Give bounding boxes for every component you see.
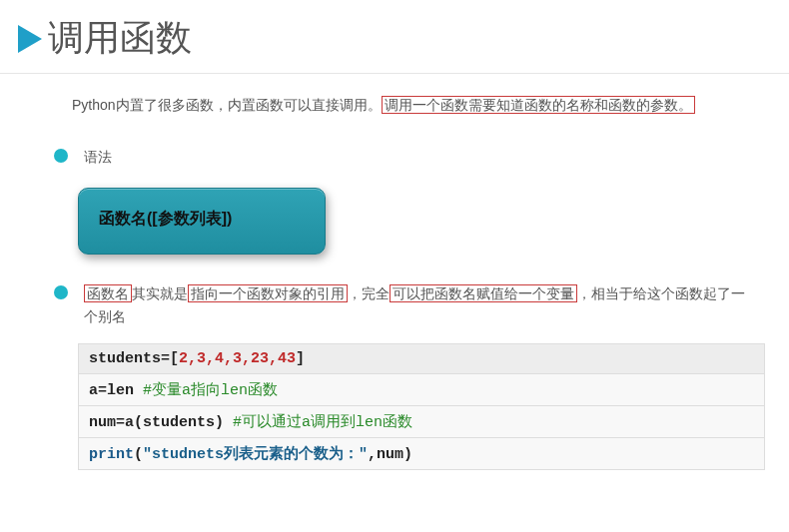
bullet-dot-icon	[54, 149, 68, 163]
page-title: 调用函数	[48, 14, 192, 63]
code-bracket: ]	[296, 350, 305, 367]
play-arrow-icon	[18, 25, 42, 53]
code-identifier: num	[89, 414, 116, 431]
intro-text-pre: Python内置了很多函数，内置函数可以直接调用。	[72, 97, 382, 113]
code-paren: (	[134, 446, 143, 463]
explain-seg4: ，完全	[348, 285, 390, 301]
highlight-box-2: 指向一个函数对象的引用	[188, 284, 348, 302]
title-row: 调用函数	[0, 0, 789, 73]
highlight-box-3: 可以把函数名赋值给一个变量	[390, 284, 577, 302]
code-line-1: students=[2,3,4,3,23,43]	[79, 344, 764, 374]
code-line-2: a=len #变量a指向len函数	[79, 374, 764, 406]
syntax-box: 函数名([参数列表])	[78, 188, 326, 255]
bullet-dot-icon	[54, 285, 68, 299]
code-identifier: num	[377, 446, 403, 463]
code-block: students=[2,3,4,3,23,43] a=len #变量a指向len…	[78, 343, 765, 470]
code-identifier: len	[107, 382, 134, 399]
syntax-text: 函数名([参数列表])	[99, 209, 295, 230]
code-comment: #可以通过a调用到len函数	[224, 414, 412, 431]
bullet-syntax-label: 语法	[84, 146, 112, 170]
highlight-box-1: 函数名	[84, 284, 132, 302]
code-comma: ,	[368, 446, 377, 463]
code-comment: #变量a指向len函数	[134, 382, 278, 399]
explain-seg2: 其实就是	[132, 285, 188, 301]
code-line-4: print("studnets列表元素的个数为：",num)	[79, 438, 764, 469]
code-paren: )	[215, 414, 224, 431]
code-numbers: 2,3,4,3,23,43	[179, 350, 296, 367]
code-function: print	[89, 446, 134, 463]
syntax-box-wrap: 函数名([参数列表])	[0, 170, 789, 255]
intro-highlight-box: 调用一个函数需要知道函数的名称和函数的参数。	[382, 96, 695, 114]
code-paren: )	[403, 446, 412, 463]
code-identifier: a	[125, 414, 134, 431]
code-op: =	[116, 414, 125, 431]
code-identifier: students	[89, 350, 161, 367]
code-line-3: num=a(students) #可以通过a调用到len函数	[79, 406, 764, 438]
code-op: =	[98, 382, 107, 399]
code-paren: (	[134, 414, 143, 431]
bullet-syntax-row: 语法	[0, 118, 789, 170]
code-identifier: a	[89, 382, 98, 399]
code-bracket: [	[170, 350, 179, 367]
code-identifier: students	[143, 414, 215, 431]
bullet-explain-text: 函数名其实就是指向一个函数对象的引用，完全可以把函数名赋值给一个变量，相当于给这…	[84, 282, 749, 330]
code-string: "studnets列表元素的个数为："	[143, 446, 368, 463]
intro-paragraph: Python内置了很多函数，内置函数可以直接调用。调用一个函数需要知道函数的名称…	[0, 74, 789, 118]
bullet-explain-row: 函数名其实就是指向一个函数对象的引用，完全可以把函数名赋值给一个变量，相当于给这…	[0, 255, 789, 330]
code-op: =	[161, 350, 170, 367]
